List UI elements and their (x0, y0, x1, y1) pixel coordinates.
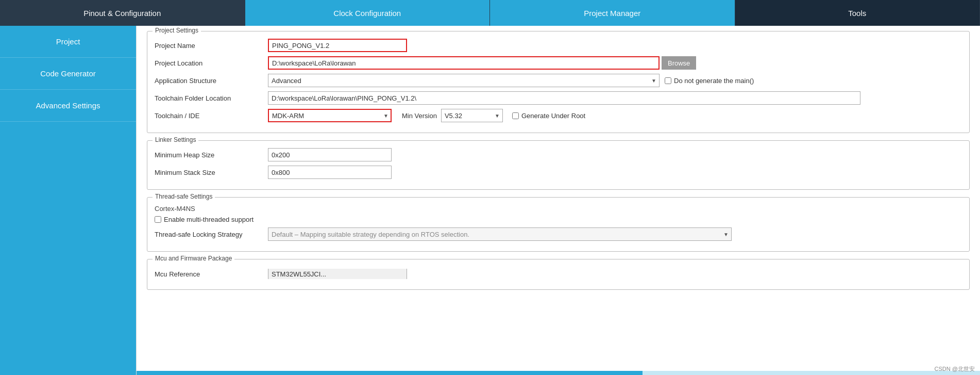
project-name-row: Project Name (155, 39, 962, 52)
tab-tools[interactable]: Tools (735, 0, 981, 26)
generate-under-root-text: Generate Under Root (521, 112, 585, 120)
progress-bar-fill (137, 371, 643, 375)
mcu-ref-label: Mcu Reference (155, 270, 268, 278)
thread-locking-dropdown-wrapper: Default – Mapping suitable strategy depe… (268, 227, 732, 241)
do-not-generate-text: Do not generate the main() (674, 77, 754, 85)
mcu-ref-row: Mcu Reference (155, 269, 962, 279)
min-version-select[interactable]: V5.32 V5.27 (441, 109, 503, 122)
linker-settings-title: Linker Settings (153, 136, 198, 143)
min-heap-input[interactable] (268, 148, 392, 161)
toolchain-folder-row: Toolchain Folder Location (155, 91, 962, 105)
app-structure-select[interactable]: Advanced Basic (268, 74, 660, 87)
min-version-dropdown-wrapper: V5.32 V5.27 ▼ (441, 109, 503, 122)
enable-mt-checkbox[interactable] (155, 216, 161, 223)
cortex-label: Cortex-M4NS (155, 205, 962, 213)
sidebar-item-project[interactable]: Project (0, 26, 136, 58)
do-not-generate-label[interactable]: Do not generate the main() (665, 77, 754, 85)
min-stack-label: Minimum Stack Size (155, 169, 268, 176)
project-name-input[interactable] (268, 39, 407, 52)
thread-safe-title: Thread-safe Settings (153, 193, 215, 200)
progress-bar-container (137, 371, 980, 375)
tab-pinout[interactable]: Pinout & Configuration (0, 0, 245, 26)
project-location-label: Project Location (155, 59, 268, 67)
thread-locking-label: Thread-safe Locking Strategy (155, 231, 268, 238)
min-stack-input[interactable] (268, 166, 392, 179)
generate-under-root-checkbox[interactable] (512, 112, 519, 119)
tab-project-manager[interactable]: Project Manager (490, 0, 735, 26)
mcu-firmware-title: Mcu and Firmware Package (153, 255, 234, 262)
mcu-ref-input[interactable] (268, 269, 407, 279)
generate-under-root-label[interactable]: Generate Under Root (512, 112, 585, 120)
min-stack-row: Minimum Stack Size (155, 166, 962, 179)
toolchain-ide-row: Toolchain / IDE MDK-ARM STM32CubeIDE IAR… (155, 109, 962, 122)
project-settings-title: Project Settings (153, 27, 201, 34)
project-name-label: Project Name (155, 42, 268, 50)
app-structure-label: Application Structure (155, 77, 268, 85)
top-navigation: Pinout & Configuration Clock Configurati… (0, 0, 980, 26)
toolchain-ide-select[interactable]: MDK-ARM STM32CubeIDE IAR (268, 109, 392, 122)
app-structure-row: Application Structure Advanced Basic ▼ D… (155, 74, 962, 87)
min-version-label: Min Version (402, 112, 437, 120)
sidebar: Project Code Generator Advanced Settings (0, 26, 137, 375)
main-layout: Project Code Generator Advanced Settings… (0, 26, 980, 375)
browse-button[interactable]: Browse (662, 56, 696, 70)
toolchain-folder-label: Toolchain Folder Location (155, 94, 268, 102)
project-location-row: Project Location Browse (155, 56, 962, 70)
project-location-input[interactable] (268, 56, 660, 70)
thread-locking-row: Thread-safe Locking Strategy Default – M… (155, 227, 962, 241)
enable-mt-text: Enable multi-threaded support (164, 216, 254, 223)
mcu-firmware-section: Mcu and Firmware Package Mcu Reference (147, 259, 970, 290)
project-settings-section: Project Settings Project Name Project Lo… (147, 31, 970, 133)
toolchain-ide-dropdown-wrapper: MDK-ARM STM32CubeIDE IAR ▼ (268, 109, 392, 122)
enable-mt-label[interactable]: Enable multi-threaded support (155, 216, 254, 223)
sidebar-item-code-generator[interactable]: Code Generator (0, 58, 136, 90)
toolchain-ide-label: Toolchain / IDE (155, 112, 268, 120)
enable-mt-row: Enable multi-threaded support (155, 216, 962, 223)
linker-settings-section: Linker Settings Minimum Heap Size Minimu… (147, 140, 970, 190)
tab-clock[interactable]: Clock Configuration (245, 0, 491, 26)
toolchain-folder-input[interactable] (268, 91, 860, 105)
do-not-generate-checkbox[interactable] (665, 77, 671, 84)
app-structure-dropdown-wrapper: Advanced Basic ▼ (268, 74, 660, 87)
version-section: Min Version V5.32 V5.27 ▼ Generate Under… (402, 109, 585, 122)
min-heap-label: Minimum Heap Size (155, 151, 268, 159)
csdn-watermark: CSDN @北世安 (935, 365, 975, 373)
content-area: Project Settings Project Name Project Lo… (137, 26, 980, 375)
sidebar-item-advanced-settings[interactable]: Advanced Settings (0, 90, 136, 122)
thread-locking-select[interactable]: Default – Mapping suitable strategy depe… (268, 227, 732, 241)
thread-safe-section: Thread-safe Settings Cortex-M4NS Enable … (147, 197, 970, 252)
min-heap-row: Minimum Heap Size (155, 148, 962, 161)
